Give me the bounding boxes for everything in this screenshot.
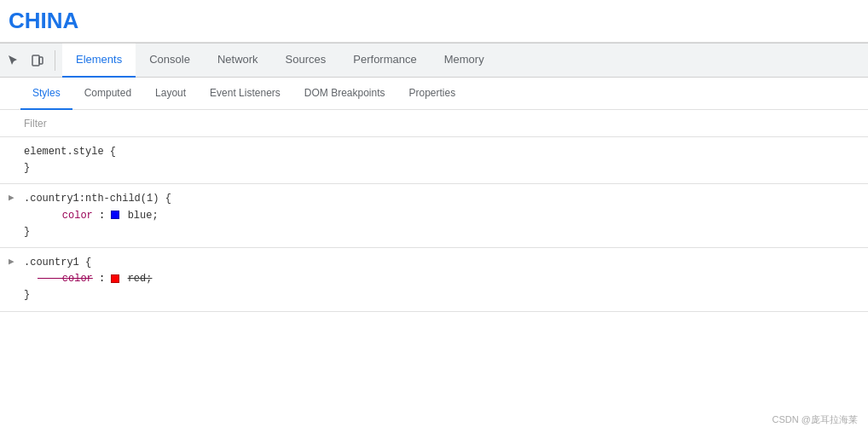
tab-performance[interactable]: Performance	[339, 43, 430, 78]
css-closing-brace-2: }	[24, 224, 861, 240]
sub-tab-event-listeners[interactable]: Event Listeners	[198, 78, 292, 110]
sub-tab-styles[interactable]: Styles	[20, 78, 72, 110]
css-closing-brace-1: }	[24, 160, 861, 176]
css-rule-country1-nth: ▶ .country1:nth-child(1) { color : blue;…	[0, 184, 868, 248]
arrow-indicator-1: ▶	[9, 191, 14, 206]
sub-tab-layout[interactable]: Layout	[143, 78, 198, 110]
arrow-indicator-2: ▶	[9, 255, 14, 270]
color-swatch-blue[interactable]	[111, 211, 119, 219]
css-property-line-1: color : blue;	[24, 208, 861, 224]
css-colon-2: :	[99, 273, 111, 285]
css-content: element.style { } ▶ .country1:nth-child(…	[0, 137, 868, 433]
sub-tab-computed[interactable]: Computed	[72, 78, 143, 110]
css-selector-element-style: element.style {	[24, 144, 861, 160]
svg-rect-1	[39, 57, 43, 64]
css-colon-1: :	[99, 210, 111, 222]
filter-input[interactable]	[24, 118, 861, 130]
filter-bar	[0, 110, 868, 137]
tab-console[interactable]: Console	[136, 43, 204, 78]
tab-memory[interactable]: Memory	[431, 43, 498, 78]
watermark: CSDN @庞耳拉海莱	[773, 413, 858, 426]
sub-tabs-bar: Styles Computed Layout Event Listeners D…	[0, 78, 868, 110]
css-rule-country1: ▶ .country1 { color : red; }	[0, 248, 868, 312]
tab-network[interactable]: Network	[204, 43, 272, 78]
styles-panel: element.style { } ▶ .country1:nth-child(…	[0, 110, 868, 433]
tab-sources[interactable]: Sources	[272, 43, 340, 78]
css-selector-nth: .country1:nth-child(1) {	[24, 191, 861, 207]
cursor-icon[interactable]	[3, 50, 24, 71]
device-icon[interactable]	[27, 50, 48, 71]
toolbar-icons	[3, 50, 55, 71]
css-prop-color-1: color	[38, 210, 93, 222]
css-rule-element-style: element.style { }	[0, 137, 868, 184]
color-swatch-red[interactable]	[111, 274, 119, 283]
page-title: CHINA	[9, 8, 78, 34]
svg-rect-0	[32, 55, 39, 66]
top-area: CHINA	[0, 0, 868, 43]
main-tabs-bar: Elements Console Network Sources Perform…	[0, 43, 868, 78]
sub-tab-dom-breakpoints[interactable]: DOM Breakpoints	[292, 78, 397, 110]
sub-tab-properties[interactable]: Properties	[397, 78, 468, 110]
devtools-panel: Elements Console Network Sources Perform…	[0, 43, 868, 433]
css-closing-brace-3: }	[24, 287, 861, 303]
css-val-red: red;	[128, 273, 153, 285]
css-property-line-2: color : red;	[24, 271, 861, 287]
css-val-blue: blue;	[128, 210, 159, 222]
css-prop-color-2: color	[38, 273, 93, 285]
css-selector-country1: .country1 {	[24, 255, 861, 271]
tab-elements[interactable]: Elements	[62, 43, 136, 78]
